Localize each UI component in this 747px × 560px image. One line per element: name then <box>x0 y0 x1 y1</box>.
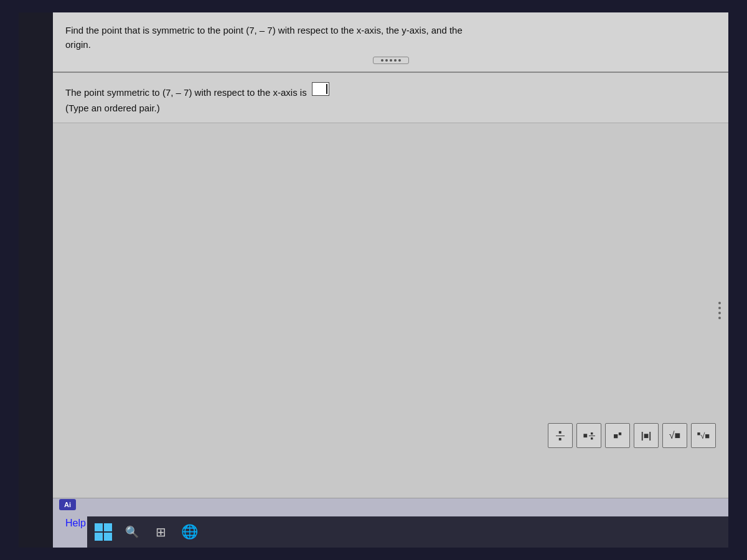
dot-5 <box>398 59 401 62</box>
search-taskbar-button[interactable]: 🔍 <box>122 522 142 542</box>
nth-root-icon: ■√■ <box>697 431 710 441</box>
nth-root-button[interactable]: ■√■ <box>691 423 716 448</box>
apps-taskbar-icon: ⊞ <box>156 525 166 539</box>
mixed-number-button[interactable]: ■ ■ ■ <box>576 423 601 448</box>
superscript-button[interactable]: ■■ <box>605 423 630 448</box>
text-cursor <box>326 84 327 94</box>
main-content: Find the point that is symmetric to the … <box>53 12 728 548</box>
dot-4 <box>394 59 397 62</box>
windows-icon <box>95 523 112 541</box>
question-area: Find the point that is symmetric to the … <box>53 12 728 73</box>
question-text-line2: origin. <box>65 38 716 52</box>
vertical-dots <box>716 297 723 324</box>
left-bar <box>19 12 53 548</box>
answer-input-container[interactable] <box>312 82 329 96</box>
mixed-number-icon: ■ ■ ■ <box>583 431 594 441</box>
dot-3 <box>390 59 392 62</box>
math-toolbar: ■ ■ ■ ■ ■ <box>548 423 716 448</box>
vdot-3 <box>718 312 721 314</box>
dot-2 <box>385 59 388 62</box>
fraction-button[interactable]: ■ ■ <box>548 423 573 448</box>
dots-divider <box>65 57 716 64</box>
ai-badge[interactable]: Ai <box>59 499 76 510</box>
answer-label: The point symmetric to (7, – 7) with res… <box>65 87 307 98</box>
dot-1 <box>381 59 383 62</box>
work-area: ■ ■ ■ ■ ■ <box>53 123 728 498</box>
browser-taskbar-button[interactable]: 🌐 <box>179 522 199 542</box>
vdot-2 <box>718 307 721 309</box>
sqrt-button[interactable]: √■ <box>662 423 687 448</box>
answer-input-box[interactable] <box>312 82 329 96</box>
dots-box <box>373 57 409 64</box>
windows-start-button[interactable] <box>93 522 113 542</box>
screen: Find the point that is symmetric to the … <box>19 12 728 548</box>
vdot-1 <box>718 302 721 304</box>
answer-sublabel: (Type an ordered pair.) <box>65 103 716 113</box>
vdot-4 <box>718 317 721 319</box>
absolute-value-button[interactable]: |■| <box>634 423 659 448</box>
browser-taskbar-icon: 🌐 <box>181 524 198 540</box>
fraction-icon: ■ ■ <box>556 430 565 442</box>
taskbar: 🔍 ⊞ 🌐 <box>87 516 728 548</box>
absolute-value-icon: |■| <box>641 431 651 441</box>
apps-taskbar-button[interactable]: ⊞ <box>151 522 171 542</box>
search-taskbar-icon: 🔍 <box>125 525 139 539</box>
sqrt-icon: √■ <box>669 430 680 441</box>
answer-area: The point symmetric to (7, – 7) with res… <box>53 73 728 123</box>
superscript-icon: ■■ <box>613 431 621 441</box>
question-text-line1: Find the point that is symmetric to the … <box>65 24 716 38</box>
